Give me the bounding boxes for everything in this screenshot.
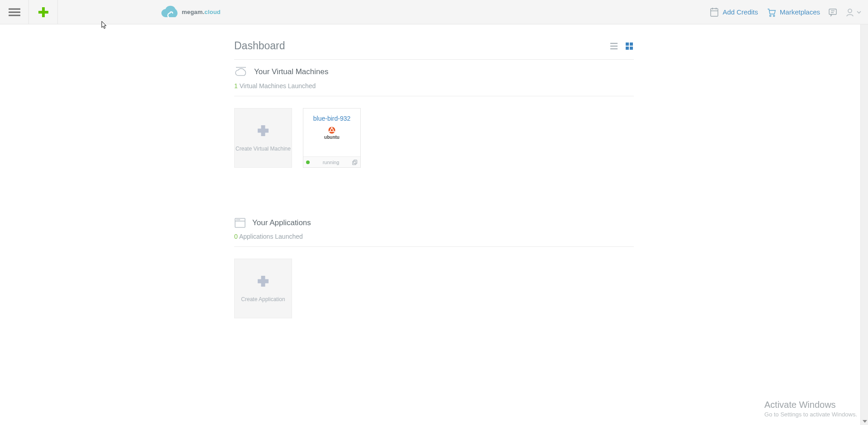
vm-distro-label: ubuntu [324,135,340,140]
plus-icon [256,274,270,288]
plus-icon [256,124,270,137]
create-app-label: Create Application [241,296,285,302]
svg-point-18 [848,9,852,13]
vm-card[interactable]: blue-bird-932 ubuntu running [303,108,361,168]
plus-icon [38,6,49,18]
svg-rect-22 [626,42,629,46]
page-title: Dashboard [234,40,285,52]
scroll-down-arrow[interactable] [862,418,868,424]
svg-point-30 [331,127,332,128]
svg-rect-24 [626,47,629,50]
add-credits-link[interactable]: Add Credits [710,7,758,17]
svg-rect-34 [353,161,356,165]
cart-icon [766,7,776,17]
create-vm-label: Create Virtual Machine [236,146,291,152]
apps-section-header: Your Applications [234,217,634,228]
watermark-line2: Go to Settings to activate Windows. [764,411,857,418]
svg-point-38 [238,220,239,220]
svg-rect-15 [829,9,836,14]
vm-distro: ubuntu [324,127,340,140]
svg-rect-25 [630,47,633,50]
brand-name-b: cloud [204,9,221,15]
marketplaces-link[interactable]: Marketplaces [766,7,820,17]
view-toggle [609,42,634,51]
topbar: megam.cloud Add Credits Marketplaces [0,0,868,24]
user-menu[interactable] [845,8,862,17]
create-vm-card[interactable]: Create Virtual Machine [234,108,292,168]
apps-section-title: Your Applications [252,218,311,227]
svg-text:megam.cloud: megam.cloud [182,9,221,15]
nav-right: Add Credits Marketplaces [710,0,868,24]
vms-section-header: Your Virtual Machines [234,66,634,78]
brand-name-a: megam. [182,9,204,15]
status-dot [306,161,310,164]
page-header: Dashboard [234,40,634,60]
cloud-logo-icon [159,5,182,20]
apps-count-text: 0 Applications Launched [234,233,634,240]
vms-count-text: 1 Virtual Machines Launched [234,82,634,90]
brand-logo[interactable]: megam.cloud [159,0,223,24]
list-view-button[interactable] [609,42,618,51]
grid-view-button[interactable] [625,42,634,51]
chevron-down-icon [856,9,862,15]
vms-count: 1 [234,82,238,90]
vm-card-footer: running [303,156,360,167]
app-cards: Create Application [234,259,634,318]
vms-section-title: Your Virtual Machines [254,67,328,76]
vms-count-suffix: Virtual Machines Launched [238,82,316,90]
hamburger-icon [9,8,20,16]
apps-count-suffix: Applications Launched [238,233,303,240]
menu-button[interactable] [0,0,29,24]
svg-point-13 [769,15,771,16]
windows-activation-watermark: Activate Windows Go to Settings to activ… [764,400,857,418]
apps-count: 0 [234,233,238,240]
content: Dashboard Your Virtual Machines 1 Virtua… [234,0,634,382]
svg-point-14 [773,15,774,16]
vm-status: running [313,160,349,165]
message-icon[interactable] [828,8,837,17]
vm-card-name: blue-bird-932 [313,115,351,122]
svg-point-31 [329,131,330,132]
copy-icon[interactable] [352,160,358,165]
create-app-card[interactable]: Create Application [234,259,292,318]
svg-rect-6 [711,9,718,16]
create-button[interactable] [29,0,58,24]
user-icon [845,8,854,17]
svg-point-39 [240,220,240,220]
credits-icon [710,7,719,17]
svg-point-32 [333,131,335,132]
vm-cards: Create Virtual Machine blue-bird-932 ubu… [234,108,634,168]
svg-point-37 [237,220,237,220]
ubuntu-icon [328,127,335,134]
cloud-section-icon [234,66,248,78]
marketplaces-label: Marketplaces [780,8,820,16]
vertical-scrollbar[interactable] [860,0,868,425]
window-section-icon [234,217,246,228]
vm-card-body: blue-bird-932 ubuntu [303,109,360,156]
divider [234,246,634,247]
watermark-line1: Activate Windows [764,400,857,410]
svg-rect-23 [630,42,633,46]
svg-rect-33 [354,160,357,164]
add-credits-label: Add Credits [722,8,758,16]
divider [234,96,634,96]
